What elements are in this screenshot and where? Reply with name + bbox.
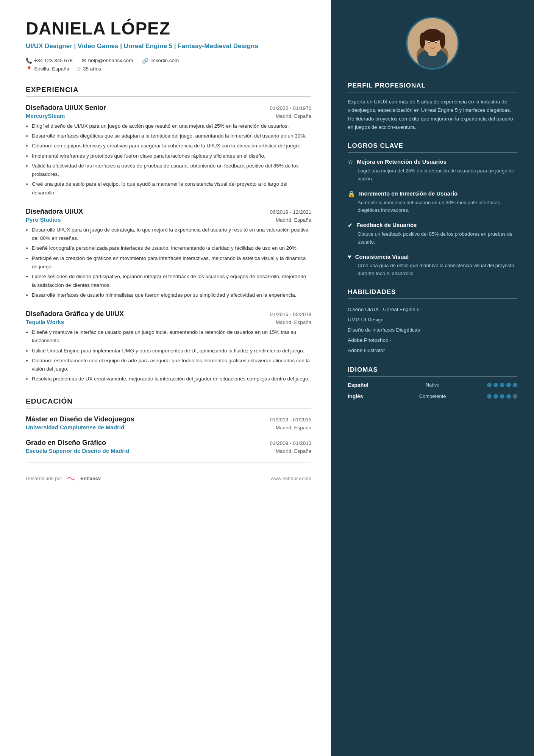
exp-header: Diseñadora Gráfica y de UI/UX 01/2016 - … — [26, 310, 311, 318]
logro-item-2: ✔ Feedback de Usuarios Obtuve un feedbac… — [348, 221, 517, 246]
footer-brand: Desarrollado por Enhancv — [26, 475, 101, 482]
linkedin-item: 🔗 linkedin.com — [142, 58, 179, 64]
bullet-item: Desarrollé UI/UX para un juego de estrat… — [32, 226, 311, 243]
educacion-section-title: EDUCACIÓN — [26, 397, 311, 405]
exp-company: Tequila Works — [26, 319, 64, 325]
educacion-divider — [26, 408, 311, 409]
experience-block-0: Diseñadora UI/UX Senior 01/2022 - 01/197… — [26, 104, 311, 197]
edu-title: Grado en Diseño Gráfico — [26, 439, 106, 447]
svg-point-10 — [428, 42, 430, 44]
bullet-item: Diseñé iconografía personalizada para in… — [32, 244, 311, 252]
linkedin-value: linkedin.com — [150, 58, 179, 63]
idioma-dot — [493, 394, 498, 399]
exp-header: Diseñadora UI/UX Senior 01/2022 - 01/197… — [26, 104, 311, 112]
idioma-dot — [500, 394, 504, 399]
experience-block-2: Diseñadora Gráfica y de UI/UX 01/2016 - … — [26, 310, 311, 383]
bullet-item: Colaboré estrechamente con el equipo de … — [32, 357, 311, 374]
edu-title: Máster en Diseño de Videojuegos — [26, 415, 134, 423]
idiomas-divider — [348, 376, 517, 377]
experiencia-section-title: EXPERIENCIA — [26, 86, 311, 94]
location-value: Sevilla, España — [34, 66, 69, 72]
bullet-item: Implementé wireframes y prototipos que f… — [32, 152, 311, 160]
idioma-dots — [461, 394, 517, 399]
skill-item: Diseño de Interfaces Diegéticas · — [348, 325, 517, 335]
logro-item-0: ☆ Mejora en Retención de Usuarios Logré … — [348, 158, 517, 183]
location-icon: 📍 — [26, 66, 32, 72]
logro-icon: ☆ — [348, 158, 353, 166]
footer: Desarrollado por Enhancv www.enhancv.com — [26, 462, 311, 482]
bullet-item: Creé una guía de estilo para el equipo, … — [32, 180, 311, 197]
experiencia-divider — [26, 96, 311, 97]
logro-item-1: 🔒 Incremento en Inmersión de Usuario Aum… — [348, 190, 517, 215]
linkedin-icon: 🔗 — [142, 58, 148, 64]
idioma-dot — [506, 394, 511, 399]
profile-avatar-svg — [408, 18, 457, 68]
logro-item-3: ♥ Consistencia Visual Creé una guía de e… — [348, 253, 517, 278]
phone-item: 📞 +34 123 345 678 — [26, 58, 73, 64]
enhancv-logo — [65, 475, 77, 482]
logro-title: Feedback de Usuarios — [356, 221, 417, 229]
edu-dates: 01/2009 - 01/2013 — [270, 440, 312, 446]
experience-block-1: Diseñadora UI/UX 06/2019 - 12/2021 Pyro … — [26, 208, 311, 299]
exp-company: MercurySteam — [26, 113, 65, 119]
exp-location: Madrid, España — [276, 113, 312, 119]
footer-desarrollado: Desarrollado por — [26, 476, 62, 481]
bullet-item: Dirigí el diseño de UI/UX para un juego … — [32, 122, 311, 130]
profile-photo-area — [348, 0, 517, 70]
idioma-dot — [513, 383, 517, 387]
logro-header: 🔒 Incremento en Inmersión de Usuario — [348, 190, 517, 197]
skill-item: Adobe Photoshop · — [348, 335, 517, 345]
footer-website: www.enhancv.com — [271, 476, 311, 481]
idioma-dot — [513, 394, 517, 399]
footer-brand-name: Enhancv — [80, 476, 101, 481]
left-column: DANIELA LÓPEZ UI/UX Designer | Video Gam… — [0, 0, 331, 756]
exp-title: Diseñadora UI/UX — [26, 208, 83, 216]
logro-header: ☆ Mejora en Retención de Usuarios — [348, 158, 517, 166]
age-item: ☆ 35 años — [76, 66, 101, 72]
email-icon: ✉ — [82, 58, 86, 64]
bullet-item: Utilicé Unreal Engine para implementar U… — [32, 347, 311, 355]
bullet-item: Participé en la creación de gráficos en … — [32, 254, 311, 271]
edu-header: Máster en Diseño de Videojuegos 01/2013 … — [26, 415, 311, 423]
bullet-item: Desarrollé interfaces de usuario minimal… — [32, 291, 311, 299]
svg-point-5 — [423, 29, 443, 42]
exp-company-row: MercurySteam Madrid, España — [26, 113, 311, 119]
svg-point-11 — [435, 42, 437, 44]
idioma-row-0: Español Nativo — [348, 382, 517, 388]
logro-title: Incremento en Inmersión de Usuario — [359, 190, 457, 197]
idioma-dot — [500, 383, 504, 387]
phone-value: +34 123 345 678 — [34, 58, 73, 63]
exp-bullets: Dirigí el diseño de UI/UX para un juego … — [26, 122, 311, 197]
edu-header: Grado en Diseño Gráfico 01/2009 - 01/201… — [26, 439, 311, 447]
logros-container: ☆ Mejora en Retención de Usuarios Logré … — [348, 158, 517, 278]
bullet-item: Desarrollé interfaces diegéticas que se … — [32, 132, 311, 140]
exp-bullets: Desarrollé UI/UX para un juego de estrat… — [26, 226, 311, 299]
idioma-level: Nativo — [404, 382, 461, 388]
header: DANIELA LÓPEZ UI/UX Designer | Video Gam… — [26, 18, 311, 72]
skills-text: Diseño UI/UX · Unreal Engine 5 ·UMG UI D… — [348, 304, 517, 355]
logro-desc: Aumenté la inmersión del usuario en un 3… — [348, 199, 517, 215]
perfil-title: PERFIL PROFESIONAL — [348, 82, 517, 89]
idioma-dot — [506, 383, 511, 387]
logro-title: Consistencia Visual — [355, 253, 409, 261]
logros-divider — [348, 152, 517, 153]
candidate-name: DANIELA LÓPEZ — [26, 18, 311, 39]
education-container: Máster en Diseño de Videojuegos 01/2013 … — [26, 415, 311, 454]
bullet-item: Validé la efectividad de las interfaces … — [32, 162, 311, 179]
idioma-dot — [487, 394, 492, 399]
email-value: help@enhancv.com — [88, 58, 133, 63]
idioma-name: Inglés — [348, 393, 404, 399]
education-block-1: Grado en Diseño Gráfico 01/2009 - 01/201… — [26, 439, 311, 454]
star-icon: ☆ — [76, 66, 81, 72]
idioma-dot — [487, 383, 492, 387]
exp-bullets: Diseñé y mantuve la interfaz de usuario … — [26, 328, 311, 383]
exp-company: Pyro Studios — [26, 216, 61, 223]
exp-company-row: Pyro Studios Madrid, España — [26, 216, 311, 223]
logro-icon: ✔ — [348, 222, 353, 229]
logro-desc: Obtuve un feedback positivo del 85% de l… — [348, 230, 517, 246]
logro-desc: Logré una mejora del 25% en la retención… — [348, 167, 517, 183]
bullet-item: Resolvía problemas de UX creativamente, … — [32, 375, 311, 383]
bullet-item: Colaboré con equipos técnicos y creativo… — [32, 142, 311, 150]
idioma-row-1: Inglés Competente — [348, 393, 517, 399]
contact-row: 📞 +34 123 345 678 ✉ help@enhancv.com 🔗 l… — [26, 58, 311, 64]
